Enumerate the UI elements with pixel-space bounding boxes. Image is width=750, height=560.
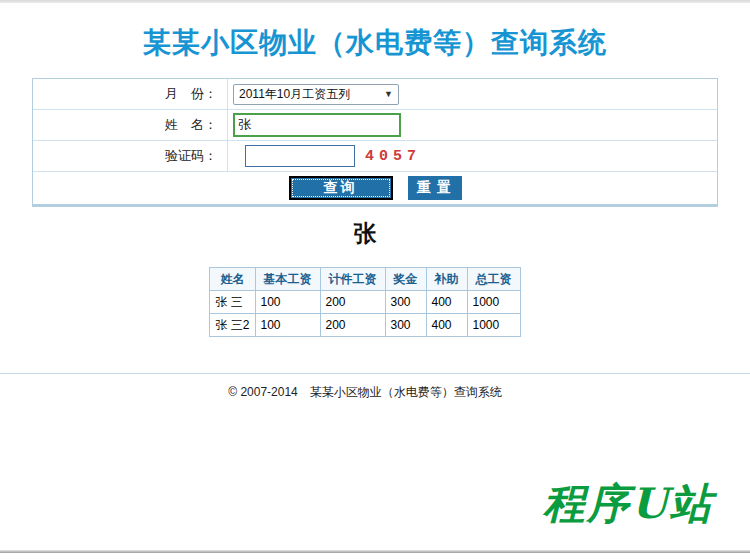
name-label: 姓 名： [33,110,228,140]
salary-table: 姓名 基本工资 计件工资 奖金 补助 总工资 张 三 100 200 300 4… [209,267,520,337]
cell-base-salary: 100 [255,314,320,337]
month-row: 月 份： 2011年10月工资五列 ▼ [33,79,717,110]
reset-button[interactable]: 重 置 [408,176,462,200]
cell-total-salary: 1000 [467,314,520,337]
month-select-value: 2011年10月工资五列 [239,86,350,103]
name-field-cell [228,110,717,140]
page-title: 某某小区物业（水电费等）查询系统 [0,24,750,62]
name-row: 姓 名： [33,110,717,141]
captcha-input[interactable] [245,145,355,167]
header-base-salary: 基本工资 [255,268,320,291]
captcha-code: 4057 [365,148,421,165]
cell-piece-salary: 200 [320,314,385,337]
cell-bonus: 300 [385,314,426,337]
chevron-down-icon: ▼ [384,89,393,99]
cell-subsidy: 400 [426,314,467,337]
footer-divider [0,373,750,374]
month-label: 月 份： [33,79,228,109]
copyright-text: © 2007-2014 某某小区物业（水电费等）查询系统 [0,384,730,401]
result-section: 张 姓名 基本工资 计件工资 奖金 补助 总工资 张 三 100 200 300… [0,218,730,337]
name-input[interactable] [233,113,401,137]
cell-subsidy: 400 [426,291,467,314]
header-total-salary: 总工资 [467,268,520,291]
table-header-row: 姓名 基本工资 计件工资 奖金 补助 总工资 [210,268,520,291]
captcha-row: 验证码： 4057 [33,141,717,172]
table-row: 张 三 100 200 300 400 1000 [210,291,520,314]
bottom-divider-bar [0,550,750,553]
header-name: 姓名 [210,268,255,291]
header-subsidy: 补助 [426,268,467,291]
cell-bonus: 300 [385,291,426,314]
table-row: 张 三2 100 200 300 400 1000 [210,314,520,337]
cell-piece-salary: 200 [320,291,385,314]
captcha-label: 验证码： [33,141,228,171]
top-divider-bar [0,0,750,3]
cell-name: 张 三 [210,291,255,314]
captcha-field-cell: 4057 [228,141,717,171]
cell-base-salary: 100 [255,291,320,314]
query-button[interactable]: 查询 [289,176,393,200]
month-select[interactable]: 2011年10月工资五列 ▼ [233,84,399,105]
result-heading: 张 [0,218,730,249]
cell-name: 张 三2 [210,314,255,337]
query-form: 月 份： 2011年10月工资五列 ▼ 姓 名： 验证码： 4057 查询 重 … [32,78,718,207]
buttons-row: 查询 重 置 [33,172,717,204]
cell-total-salary: 1000 [467,291,520,314]
month-field-cell: 2011年10月工资五列 ▼ [228,79,717,109]
watermark-logo: 程序U站 [543,476,714,532]
header-piece-salary: 计件工资 [320,268,385,291]
header-bonus: 奖金 [385,268,426,291]
